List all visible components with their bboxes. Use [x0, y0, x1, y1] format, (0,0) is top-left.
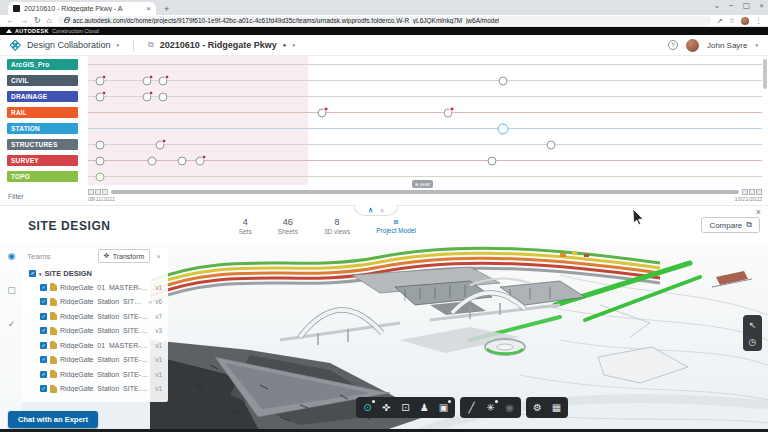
settings-tool[interactable]: ⚙ [529, 399, 546, 416]
file-checkbox[interactable]: ✓ [40, 342, 47, 349]
file-checkbox[interactable]: ✓ [40, 327, 47, 334]
window-minimize-button[interactable]: − [729, 1, 734, 10]
screenshot-tool[interactable]: ▦ [548, 399, 565, 416]
levels-tool[interactable]: ◉ [501, 399, 518, 416]
team-chip-station[interactable]: STATION [7, 123, 78, 134]
file-row[interactable]: ✓RidgeGate_01_MASTER-Site.dwgv1 [29, 338, 165, 353]
file-row[interactable]: ✓RidgeGate_Station_SITE.dwgv1 [29, 382, 165, 397]
browser-menu-icon[interactable]: ⋮ [755, 17, 762, 25]
milestone-marker[interactable] [96, 76, 105, 85]
zoom-reset-button[interactable] [102, 189, 108, 195]
camera-tool[interactable]: ▣ [435, 399, 452, 416]
milestone-marker[interactable] [148, 156, 157, 165]
file-row[interactable]: ✓RidgeGate_Station_SITE-DEV.d..∞v6 [29, 295, 165, 310]
tab-close-icon[interactable]: × [146, 4, 151, 13]
models-visibility-icon[interactable]: ◉ [5, 249, 18, 262]
module-switcher[interactable]: Design Collaboration [27, 40, 111, 50]
scroll-end-button[interactable] [756, 189, 762, 195]
file-checkbox[interactable]: ✓ [40, 284, 47, 291]
selection-cursor-tool[interactable]: ↖ [745, 317, 760, 332]
milestone-marker[interactable] [96, 140, 105, 149]
browser-profile-avatar[interactable] [741, 17, 749, 25]
file-row[interactable]: ✓RidgeGate_01_MASTER-Site.dwgv1 [29, 280, 165, 295]
file-row[interactable]: ✓RidgeGate_Station_SITE-DEV_Surf..v7 [29, 309, 165, 324]
milestone-marker[interactable] [547, 140, 556, 149]
milestone-marker[interactable] [143, 92, 152, 101]
user-name[interactable]: John Sayre [707, 41, 747, 50]
bookmark-star-icon[interactable]: ☆ [729, 17, 735, 25]
milestone-marker[interactable] [96, 156, 105, 165]
chat-expert-button[interactable]: Chat with an Expert [8, 411, 98, 428]
milestone-marker[interactable] [156, 140, 165, 149]
milestone-marker[interactable] [178, 156, 187, 165]
milestone-marker[interactable] [444, 108, 453, 117]
team-chip-rail[interactable]: RAIL [7, 107, 78, 118]
window-close-button[interactable]: × [759, 1, 764, 10]
zoom-out-button[interactable] [95, 189, 101, 195]
timeline-vscrollbar-thumb[interactable] [763, 59, 767, 89]
root-checkbox[interactable]: ✓ [29, 270, 36, 277]
new-tab-button[interactable]: + [164, 3, 169, 15]
window-maximize-button[interactable]: ▢ [743, 1, 751, 10]
help-icon[interactable]: ? [668, 40, 678, 50]
team-chip-arcgis_pro[interactable]: ArcGIS_Pro [7, 59, 78, 70]
project-model-link[interactable]: ⧈ Project Model [376, 217, 416, 234]
pan-tool[interactable]: ✜ [378, 399, 395, 416]
teams-panel-close-icon[interactable]: × [154, 252, 163, 261]
user-avatar[interactable] [686, 39, 699, 52]
project-switch-icon[interactable]: ⧉ [148, 40, 154, 50]
team-chip-topo[interactable]: TOPO [7, 171, 78, 182]
share-icon[interactable]: ↗ [717, 17, 723, 25]
milestone-marker[interactable] [318, 108, 327, 117]
file-row[interactable]: ✓RidgeGate_Station_SITE-DEV_Surf..v1 [29, 367, 165, 382]
team-chip-drainage[interactable]: DRAINAGE [7, 91, 78, 102]
collapse-close-icon[interactable]: × [380, 207, 384, 214]
panel-close-icon[interactable]: × [756, 207, 761, 217]
forward-icon[interactable]: → [20, 16, 28, 25]
milestone-marker[interactable] [143, 76, 152, 85]
window-chevron-icon[interactable]: ⌄ [713, 1, 720, 10]
milestone-marker[interactable] [96, 172, 105, 181]
first-person-tool[interactable]: ♟ [416, 399, 433, 416]
team-chip-civil[interactable]: CIVIL [7, 75, 78, 86]
packages-icon[interactable]: ▢ [5, 283, 18, 296]
project-caret-icon[interactable]: ▾ [292, 42, 295, 48]
url-input[interactable]: acc.autodesk.com/dc/home/projects/9179f6… [58, 16, 711, 25]
timeline-canvas[interactable]: a year 08/11/2021 10/21/2022 [88, 56, 762, 205]
file-checkbox[interactable]: ✓ [40, 356, 47, 363]
milestone-marker[interactable] [499, 76, 508, 85]
milestone-marker[interactable] [159, 76, 168, 85]
file-checkbox[interactable]: ✓ [40, 313, 47, 320]
milestone-marker[interactable] [96, 92, 105, 101]
tree-root-row[interactable]: ✓▾SITE DESIGN [29, 267, 165, 280]
scroll-left-button[interactable] [88, 189, 94, 195]
file-checkbox[interactable]: ✓ [40, 371, 47, 378]
file-row[interactable]: ✓RidgeGate_Station_SITE.dwgv3 [29, 324, 165, 339]
back-icon[interactable]: ← [6, 16, 14, 25]
filter-link[interactable]: Filter [8, 193, 24, 200]
milestone-marker[interactable] [488, 156, 497, 165]
transform-button[interactable]: ✜ Transform [98, 249, 151, 263]
file-row[interactable]: ✓RidgeGate_Station_SITE-DEV.dwgv1 [29, 353, 165, 368]
collapse-up-icon[interactable]: ∧ [368, 206, 373, 214]
orbit-tool[interactable]: ⊙ [359, 399, 376, 416]
team-chip-survey[interactable]: SURVEY [7, 155, 78, 166]
module-caret-icon[interactable]: ▾ [117, 42, 120, 48]
model-history-tool[interactable]: ◷ [745, 334, 760, 349]
milestone-marker[interactable] [159, 92, 168, 101]
scroll-right-button[interactable] [749, 189, 755, 195]
file-checkbox[interactable]: ✓ [40, 298, 47, 305]
milestone-marker[interactable] [196, 156, 205, 165]
home-icon[interactable]: ⌂ [47, 16, 52, 25]
milestone-marker[interactable] [498, 123, 509, 134]
measure-tool[interactable]: ╱ [463, 399, 480, 416]
scroll-track[interactable] [111, 190, 739, 194]
team-chip-structures[interactable]: STRUCTURES [7, 139, 78, 150]
compare-button[interactable]: Compare ⧉ [701, 217, 760, 233]
explode-tool[interactable]: ✳ [482, 399, 499, 416]
reload-icon[interactable]: ↻ [34, 16, 41, 25]
fit-view-tool[interactable]: ⊡ [397, 399, 414, 416]
file-checkbox[interactable]: ✓ [40, 385, 47, 392]
zoom-in-button[interactable] [742, 189, 748, 195]
user-caret-icon[interactable]: ▾ [755, 42, 758, 48]
